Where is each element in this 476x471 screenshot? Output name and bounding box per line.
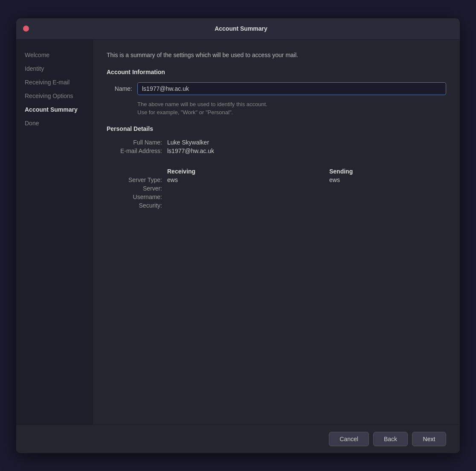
email-value: ls1977@hw.ac.uk bbox=[167, 147, 214, 154]
name-label: Name: bbox=[107, 85, 132, 92]
sidebar-item-done[interactable]: Done bbox=[16, 116, 93, 130]
username-row: Username: bbox=[107, 194, 446, 200]
full-name-row: Full Name: Luke Skywalker bbox=[107, 139, 446, 146]
server-label: Server: bbox=[107, 185, 162, 192]
receiving-header: Receiving bbox=[167, 168, 329, 175]
sidebar-item-receiving-options[interactable]: Receiving Options bbox=[16, 89, 93, 103]
receiving-security bbox=[167, 202, 329, 209]
username-label: Username: bbox=[107, 194, 162, 200]
email-label: E-mail Address: bbox=[107, 147, 162, 154]
sidebar-item-account-summary[interactable]: Account Summary bbox=[16, 103, 93, 116]
server-type-label: Server Type: bbox=[107, 176, 162, 183]
receiving-username bbox=[167, 194, 329, 200]
sending-server-type: ews bbox=[329, 176, 340, 183]
main-window: Account Summary Welcome Identity Receivi… bbox=[16, 18, 460, 453]
name-input[interactable] bbox=[137, 82, 446, 95]
bottom-bar: Cancel Back Next bbox=[16, 425, 460, 453]
name-row: Name: bbox=[107, 82, 446, 95]
full-name-value: Luke Skywalker bbox=[167, 139, 209, 146]
security-row: Security: bbox=[107, 202, 446, 209]
account-information-title: Account Information bbox=[107, 69, 446, 75]
receiving-server-type: ews bbox=[167, 176, 329, 183]
security-label: Security: bbox=[107, 202, 162, 209]
sidebar: Welcome Identity Receiving E-mail Receiv… bbox=[16, 40, 93, 425]
server-type-row: Server Type: ews ews bbox=[107, 176, 446, 183]
sending-header: Sending bbox=[329, 168, 353, 175]
server-header-row: Receiving Sending bbox=[107, 168, 446, 175]
full-name-label: Full Name: bbox=[107, 139, 162, 146]
personal-details: Full Name: Luke Skywalker E-mail Address… bbox=[107, 139, 446, 156]
personal-details-title: Personal Details bbox=[107, 125, 446, 132]
hint-line2: Use for example, "Work" or "Personal". bbox=[137, 109, 233, 116]
header-spacer bbox=[107, 168, 162, 175]
sidebar-item-welcome[interactable]: Welcome bbox=[16, 48, 93, 62]
email-row: E-mail Address: ls1977@hw.ac.uk bbox=[107, 147, 446, 154]
server-row: Server: bbox=[107, 185, 446, 192]
sidebar-item-receiving-email[interactable]: Receiving E-mail bbox=[16, 75, 93, 89]
titlebar: Account Summary bbox=[16, 18, 460, 40]
server-table: Receiving Sending Server Type: ews ews S… bbox=[107, 168, 446, 211]
sidebar-item-identity[interactable]: Identity bbox=[16, 62, 93, 75]
intro-text: This is a summary of the settings which … bbox=[107, 52, 446, 58]
cancel-button[interactable]: Cancel bbox=[329, 432, 369, 446]
hint-line1: The above name will be used to identify … bbox=[137, 101, 267, 107]
back-button[interactable]: Back bbox=[373, 432, 408, 446]
close-button[interactable] bbox=[23, 26, 29, 32]
receiving-server bbox=[167, 185, 329, 192]
window-title: Account Summary bbox=[29, 25, 453, 32]
content-area: Welcome Identity Receiving E-mail Receiv… bbox=[16, 40, 460, 425]
main-content: This is a summary of the settings which … bbox=[93, 40, 460, 425]
name-hint: The above name will be used to identify … bbox=[137, 100, 446, 117]
next-button[interactable]: Next bbox=[412, 432, 446, 446]
